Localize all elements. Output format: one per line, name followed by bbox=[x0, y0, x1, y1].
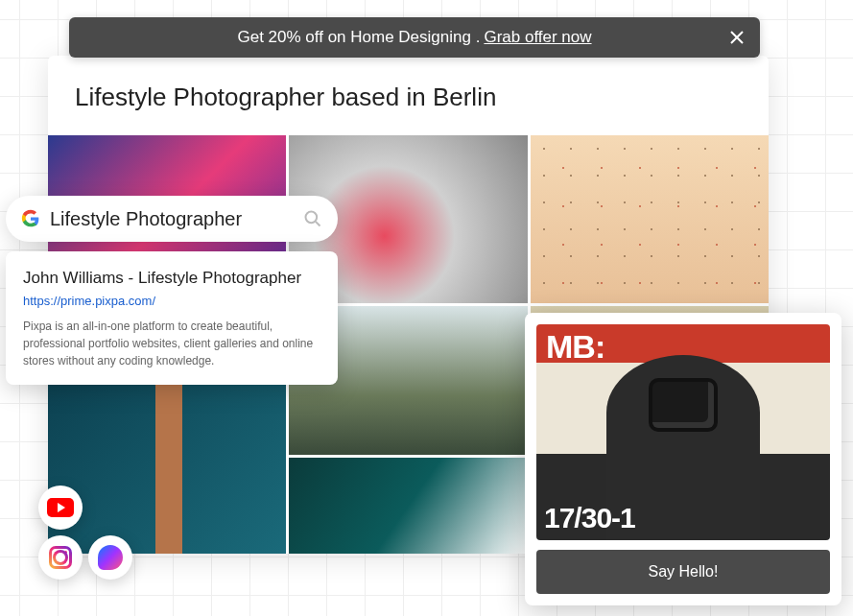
search-input[interactable] bbox=[40, 208, 303, 230]
google-icon bbox=[21, 209, 40, 228]
search-icon[interactable] bbox=[303, 209, 322, 228]
promo-banner: Get 20% off on Home Designing . Grab off… bbox=[69, 17, 760, 58]
search-bar[interactable] bbox=[6, 196, 338, 242]
promo-text: Get 20% off on Home Designing . bbox=[237, 28, 480, 47]
gallery-tile[interactable] bbox=[531, 135, 769, 303]
result-description: Pixpa is an all-in-one platform to creat… bbox=[23, 318, 320, 369]
chat-photo: MB: 17/30-1 bbox=[536, 324, 830, 540]
chat-widget: MB: 17/30-1 Say Hello! bbox=[525, 313, 841, 605]
close-icon bbox=[729, 30, 745, 45]
photo-overlay-top: MB: bbox=[546, 328, 604, 366]
youtube-icon bbox=[47, 498, 74, 517]
search-result-card[interactable]: John Williams - Lifestyle Photographer h… bbox=[6, 251, 338, 385]
instagram-button[interactable] bbox=[38, 535, 83, 580]
promo-close-button[interactable] bbox=[727, 28, 746, 47]
say-hello-button[interactable]: Say Hello! bbox=[536, 550, 830, 594]
svg-point-0 bbox=[306, 212, 318, 224]
page-heading: Lifestyle Photographer based in Berlin bbox=[48, 83, 769, 135]
result-title: John Williams - Lifestyle Photographer bbox=[23, 269, 320, 288]
instagram-icon bbox=[49, 546, 72, 569]
youtube-button[interactable] bbox=[38, 486, 83, 530]
promo-cta-link[interactable]: Grab offer now bbox=[484, 28, 591, 47]
result-url[interactable]: https://prime.pixpa.com/ bbox=[23, 294, 320, 308]
messenger-button[interactable] bbox=[88, 535, 132, 580]
gallery-tile[interactable] bbox=[289, 458, 527, 554]
messenger-icon bbox=[98, 545, 123, 570]
photo-overlay-bottom: 17/30-1 bbox=[544, 502, 635, 534]
